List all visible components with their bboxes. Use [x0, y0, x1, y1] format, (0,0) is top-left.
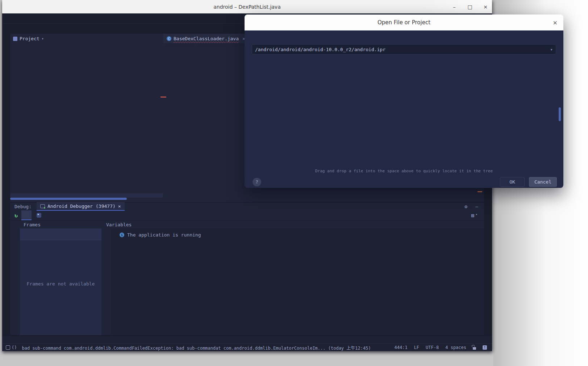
caret-position[interactable]: 444:1	[395, 345, 408, 350]
path-value: /android/android/android-10.0.0_r2/andro…	[255, 47, 385, 52]
class-icon: C	[167, 36, 171, 41]
close-button[interactable]: ×	[483, 4, 488, 10]
window-titlebar[interactable]: android – DexPathList.java – □ ×	[2, 0, 492, 13]
info-icon: i	[120, 233, 124, 237]
lock-icon[interactable]	[473, 347, 476, 350]
error-stripe-mark	[160, 96, 166, 98]
variables-message: The application is running	[127, 232, 201, 238]
tool-window-bar	[2, 335, 492, 344]
frames-toolbar	[20, 229, 101, 240]
window-title: android – DexPathList.java	[2, 4, 492, 10]
dialog-close-icon[interactable]: ×	[553, 19, 558, 26]
open-file-dialog: Open File or Project × /android/android/…	[245, 15, 563, 188]
rerun-icon[interactable]: ↻	[14, 212, 18, 219]
session-icon	[40, 204, 45, 208]
debug-tool-window: Debug: Android Debugger (39477) × ⚙ — ↻	[10, 202, 484, 336]
frames-panel: Frames are not available	[20, 229, 101, 336]
variables-title: Variables	[106, 222, 132, 227]
project-panel-title[interactable]: Project	[20, 36, 39, 41]
tab-console[interactable]	[32, 210, 49, 220]
project-icon	[13, 37, 17, 41]
indent-setting[interactable]: 4 spaces	[445, 345, 466, 350]
error-stripe-mark	[478, 191, 482, 192]
status-message[interactable]: bad sub-command com.android.ddmlib.Comma…	[22, 345, 371, 351]
dialog-titlebar[interactable]: Open File or Project ×	[245, 15, 563, 30]
console-icon	[37, 213, 41, 218]
dialog-file-tree	[245, 56, 563, 169]
debug-left-toolbar	[10, 229, 20, 336]
debugger-tab-bar: ↻ ▤ ▾	[10, 210, 484, 221]
left-tool-stripe	[2, 34, 11, 335]
horizontal-scrollbar[interactable]	[10, 198, 127, 200]
background-task-icon[interactable]: ()	[12, 345, 17, 350]
minimize-button[interactable]: –	[451, 4, 457, 10]
maximize-button[interactable]: □	[467, 4, 473, 10]
debug-header: Debug: Android Debugger (39477) × ⚙ —	[10, 202, 484, 210]
cancel-button[interactable]: Cancel	[529, 177, 557, 187]
ok-button[interactable]: OK	[500, 177, 525, 187]
chevron-down-icon[interactable]: ▾	[42, 37, 44, 41]
line-ending[interactable]: LF	[414, 345, 419, 350]
debug-label: Debug:	[14, 204, 32, 209]
dialog-toolbar	[245, 30, 563, 44]
file-encoding[interactable]: UTF-8	[426, 345, 439, 350]
hide-panel-icon[interactable]: —	[475, 204, 478, 209]
variables-panel: i The application is running	[111, 229, 484, 336]
editor-tab[interactable]: C BaseDexClassLoader.java ×	[163, 34, 249, 44]
notifications-icon[interactable]: !	[483, 345, 487, 350]
close-session-icon[interactable]: ×	[118, 203, 121, 209]
project-panel-header: Project ▾	[10, 34, 163, 44]
session-tab-label: Android Debugger (39477)	[47, 203, 116, 209]
tab-debugger[interactable]	[21, 210, 32, 220]
frames-empty-message: Frames are not available	[20, 281, 101, 287]
window-icon[interactable]	[6, 345, 10, 350]
drag-drop-hint: Drag and drop a file into the space abov…	[245, 169, 563, 174]
chevron-down-icon[interactable]: ▾	[476, 213, 478, 218]
vertical-scrollbar[interactable]	[559, 107, 561, 121]
path-field[interactable]: /android/android/android-10.0.0_r2/andro…	[252, 44, 556, 54]
status-bar: () bad sub-command com.android.ddmlib.Co…	[2, 344, 492, 351]
help-button[interactable]: ?	[253, 178, 261, 186]
layout-settings-icon[interactable]: ▤	[471, 213, 474, 218]
editor-tab-label: BaseDexClassLoader.java	[174, 36, 239, 41]
clipped-tree-row	[10, 193, 163, 198]
variables-toolbar	[101, 229, 111, 336]
desktop: android – DexPathList.java – □ × Project…	[0, 0, 588, 366]
project-panel: Project ▾	[10, 34, 163, 202]
settings-gear-icon[interactable]: ⚙	[464, 204, 467, 209]
dialog-title: Open File or Project	[245, 19, 563, 26]
frames-title: Frames	[24, 222, 41, 227]
chevron-down-icon[interactable]: ▾	[550, 47, 553, 52]
debug-session-tab[interactable]: Android Debugger (39477) ×	[37, 202, 125, 211]
